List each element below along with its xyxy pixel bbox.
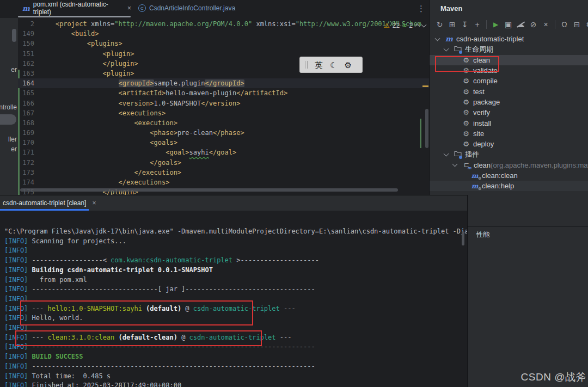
- editor-line: 151 <plugin>: [18, 49, 429, 59]
- gear-icon: ⚙: [463, 77, 469, 84]
- editor-tab-bar: m pom.xml (csdn-automatic-triplet) × C C…: [0, 0, 429, 18]
- download-sources-icon[interactable]: ↧: [459, 19, 470, 30]
- ime-language-indicator[interactable]: 英: [315, 61, 323, 69]
- moon-icon[interactable]: ☾: [330, 61, 337, 69]
- generate-sources-icon[interactable]: ⊞: [446, 19, 458, 30]
- tree-item-deploy[interactable]: ⚙deploy: [430, 139, 588, 149]
- tab-pom-xml[interactable]: m pom.xml (csdn-automatic-triplet) ×: [18, 0, 136, 16]
- editor-line: 172 </goals>: [18, 158, 429, 168]
- gear-icon: ⚙: [463, 88, 469, 95]
- tree-item-icon: [453, 45, 463, 53]
- tree-item-verify[interactable]: ⚙verify: [430, 107, 588, 118]
- plugin-icon: ⊏m: [464, 161, 469, 169]
- tree-item-clean-help[interactable]: m⚙clean:help: [430, 181, 588, 191]
- console-line: [INFO] Total time: 0.485 s: [4, 372, 467, 382]
- tree-item-install[interactable]: ⚙install: [430, 118, 588, 128]
- line-number: 166: [18, 99, 40, 108]
- code-editor[interactable]: 2 <project xmlns="http://maven.apache.or…: [18, 18, 429, 195]
- console-line: [INFO] ------------------< com.kwan:csdn…: [4, 256, 467, 266]
- console-line: [INFO] ---------------------------------…: [4, 362, 467, 372]
- next-problem-icon[interactable]: [421, 22, 427, 28]
- chevron-down-icon[interactable]: [452, 162, 458, 167]
- chevron-down-icon[interactable]: [444, 151, 449, 156]
- annotation-red-box-clean: [435, 56, 499, 72]
- maven-goal-icon: m⚙: [471, 182, 479, 190]
- tree-item-icon: m⚙: [470, 182, 480, 190]
- execute-goal-icon[interactable]: ▣: [503, 19, 514, 30]
- code-text: </execution>: [40, 168, 181, 177]
- close-icon[interactable]: ×: [127, 4, 131, 12]
- cutoff-text-fragment: ller: [8, 136, 17, 143]
- editor-line: 167 <executions>: [18, 108, 429, 118]
- console-line: [INFO] Scanning for projects...: [4, 237, 467, 247]
- maven-settings-icon[interactable]: ⚙: [584, 19, 588, 30]
- tree-item-label: package: [473, 98, 500, 106]
- editor-line: 164 <groupId>sample.plugin</groupId>: [18, 78, 429, 88]
- close-icon[interactable]: ×: [92, 199, 96, 207]
- run-maven-build-icon[interactable]: ▶: [490, 19, 501, 30]
- console-scrollbar[interactable]: [462, 231, 464, 245]
- inspections-widget[interactable]: ⚠ 22 ≈ 2: [384, 21, 426, 29]
- run-tool-window: csdn-automatic-triplet [clean] × "C:\Pro…: [0, 195, 467, 387]
- line-number: 171: [18, 148, 40, 157]
- scrollbar-thumb[interactable]: [12, 29, 16, 42]
- previous-problem-icon[interactable]: [415, 23, 420, 29]
- typo-count: 2: [409, 22, 413, 29]
- line-number: 2: [18, 19, 40, 29]
- folder-icon: [454, 150, 462, 158]
- tree-item-icon: ⚙: [461, 120, 471, 127]
- tree-item-label: 插件: [465, 150, 479, 159]
- gear-icon[interactable]: ⚙: [344, 61, 351, 69]
- run-tab-clean[interactable]: csdn-automatic-triplet [clean] ×: [0, 195, 101, 211]
- line-number: 167: [18, 108, 40, 118]
- tree-item-lifecycle[interactable]: 生命周期: [430, 44, 588, 54]
- drag-handle-icon[interactable]: [305, 61, 308, 69]
- console-line: [INFO] BUILD SUCCESS: [4, 352, 467, 362]
- tree-item-compile[interactable]: ⚙compile: [430, 76, 588, 86]
- tree-item-clean-clean[interactable]: m⚙clean:clean: [430, 170, 588, 181]
- chevron-down-icon[interactable]: [444, 46, 449, 51]
- ime-popup[interactable]: 英 ☾ ⚙: [299, 57, 363, 73]
- code-text: <groupId>sample.plugin</groupId>: [40, 78, 244, 88]
- code-text: <project xmlns="http://maven.apache.org/…: [40, 19, 421, 29]
- reload-maven-icon[interactable]: ↻: [434, 19, 445, 30]
- offline-mode-icon[interactable]: ☁: [515, 19, 526, 30]
- run-tab-bar: csdn-automatic-triplet [clean] ×: [0, 195, 467, 211]
- editor-line: 170 <goals>: [18, 138, 429, 148]
- code-text: <artifactId>hello-maven-plugin</artifact…: [40, 88, 287, 98]
- tab-controller-java[interactable]: C CsdnArticleInfoController.java: [134, 0, 252, 16]
- tree-item-csdn-automatic-triplet[interactable]: mcsdn-automatic-triplet: [430, 34, 588, 44]
- editor-line: 165 <artifactId>hello-maven-plugin</arti…: [18, 88, 429, 98]
- line-number: 174: [18, 177, 40, 187]
- editor-line: 162 </plugin>: [18, 59, 429, 69]
- tree-item-clean-plugin[interactable]: ⊏mclean (org.apache.maven.plugins:maven-…: [430, 160, 588, 170]
- toolbar-separator: [486, 20, 487, 29]
- line-number: 162: [18, 59, 40, 69]
- console-line: [INFO] Finished at: 2025-03-28T17:49:08+…: [4, 381, 467, 387]
- tree-item-package[interactable]: ⚙package: [430, 97, 588, 107]
- add-maven-project-icon[interactable]: +: [471, 19, 483, 30]
- editor-lines: 2 <project xmlns="http://maven.apache.or…: [18, 19, 429, 195]
- tree-item-site[interactable]: ⚙site: [430, 128, 588, 139]
- horizontal-scrollbar[interactable]: [20, 188, 398, 192]
- annotation-red-box-clean-goal: [15, 330, 262, 346]
- more-options-icon[interactable]: ⋮: [417, 4, 425, 14]
- console-line: "C:\Program Files\Java\jdk-17\bin\java.e…: [4, 227, 467, 237]
- vertical-scrollbar[interactable]: [425, 109, 428, 148]
- tree-item-plugins[interactable]: 插件: [430, 149, 588, 159]
- console-output: "C:\Program Files\Java\jdk-17\bin\java.e…: [0, 211, 467, 387]
- line-number: 163: [18, 69, 40, 78]
- line-number: 151: [18, 49, 40, 59]
- profiles-icon[interactable]: Ω: [559, 19, 570, 30]
- close-icon[interactable]: ×: [540, 19, 552, 30]
- gear-icon: ⚙: [463, 120, 469, 127]
- tree-item-test[interactable]: ⚙test: [430, 86, 588, 96]
- tree-item-label: clean:clean: [482, 171, 518, 180]
- skip-tests-icon[interactable]: ⊘: [528, 19, 539, 30]
- performance-panel: 性能 CSDN @战斧: [467, 226, 588, 387]
- dependency-analyzer-icon[interactable]: ⊟: [571, 19, 583, 30]
- chevron-down-icon[interactable]: [435, 35, 440, 41]
- gear-icon: ⚙: [463, 140, 469, 148]
- code-text: <goal>sayhi</goal>: [40, 148, 236, 157]
- tree-item-label: verify: [473, 108, 490, 116]
